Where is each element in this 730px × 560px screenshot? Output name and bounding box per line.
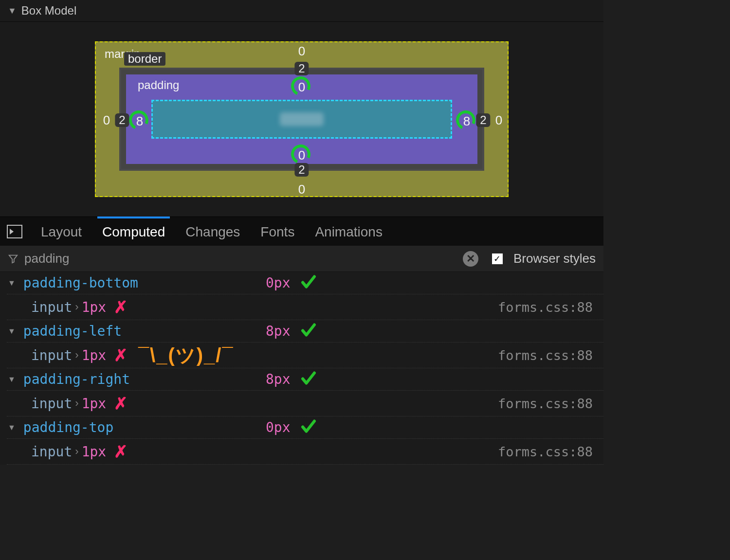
chevron-down-icon: ▼ [8,279,16,288]
detail-value: 1px [82,444,107,460]
padding-label: padding [138,78,179,92]
detail-selector: input [31,444,72,460]
prop-value: 0px [266,419,291,435]
content-dimensions-blurred [280,112,324,126]
prop-row[interactable]: ▼ padding-top 0px [0,416,603,438]
content-box[interactable] [151,100,452,139]
prop-detail-row[interactable]: input › 1px ✗ forms.css:88 [7,294,603,320]
filter-row: padding ✕ ✓ Browser styles [0,246,603,272]
padding-left-value[interactable]: 8 [136,114,143,129]
prop-detail-row[interactable]: input › 1px ✗ forms.css:88 [7,390,603,416]
padding-bottom-value[interactable]: 0 [298,148,305,163]
chevron-right-icon: › [75,445,78,458]
chevron-down-icon: ▼ [8,327,16,336]
filter-input[interactable]: padding [24,251,70,266]
margin-top-value[interactable]: 0 [298,44,305,59]
panel-tabstrip: Layout Computed Changes Fonts Animations [0,217,603,246]
chevron-right-icon: › [75,397,78,410]
x-icon: ✗ [114,442,128,461]
clear-filter-button[interactable]: ✕ [463,251,478,267]
detail-selector: input [31,396,72,412]
close-icon: ✕ [466,253,475,264]
tab-fonts[interactable]: Fonts [258,218,296,245]
chevron-right-icon: › [75,349,78,361]
boxmodel-header[interactable]: ▼ Box Model [0,0,603,22]
filter-icon [8,253,18,264]
sidebar-toggle-icon[interactable] [7,225,22,238]
tab-computed[interactable]: Computed [100,218,167,245]
tab-changes[interactable]: Changes [183,218,242,245]
padding-box[interactable]: padding 0 0 8 8 [126,74,477,164]
detail-selector: input [31,299,72,315]
detail-source[interactable]: forms.css:88 [498,348,596,363]
chevron-down-icon: ▼ [8,423,16,432]
boxmodel-diagram: margin 0 0 0 0 border padding 0 0 8 8 [0,22,603,217]
detail-source[interactable]: forms.css:88 [498,444,596,459]
detail-value: 1px [82,347,107,363]
x-icon: ✗ [114,394,128,413]
padding-top-value[interactable]: 0 [298,80,305,95]
detail-value: 1px [82,396,107,412]
chevron-down-icon: ▼ [8,6,17,16]
border-top-value[interactable]: 2 [294,62,309,75]
detail-value: 1px [82,299,107,315]
prop-value: 8px [266,323,291,339]
border-left-value[interactable]: 2 [115,113,129,127]
tab-layout[interactable]: Layout [39,218,84,245]
shrug-annotation: ¯\_(ツ)_/¯ [138,342,234,369]
margin-right-value[interactable]: 0 [495,113,502,128]
prop-name: padding-top [23,419,113,435]
check-icon [300,417,317,438]
computed-properties: ▼ padding-bottom 0px input › 1px ✗ forms… [0,272,603,465]
border-box[interactable]: border padding 0 0 8 8 [119,68,484,171]
prop-detail-row[interactable]: input › 1px ✗ forms.css:88 [7,438,603,465]
border-bottom-value[interactable]: 2 [294,163,309,177]
prop-detail-row[interactable]: input › 1px ✗ ¯\_(ツ)_/¯ forms.css:88 [7,342,603,368]
browser-styles-checkbox[interactable]: ✓ [492,253,503,264]
border-label: border [124,52,165,66]
margin-box[interactable]: margin 0 0 0 0 border padding 0 0 8 8 [95,41,509,197]
chevron-right-icon: › [75,301,78,313]
padding-right-value[interactable]: 8 [463,114,470,129]
prop-row[interactable]: ▼ padding-left 8px [0,320,603,342]
margin-label: margin [105,47,140,61]
prop-value: 0px [266,275,291,291]
chevron-down-icon: ▼ [8,375,16,384]
section-title: Box Model [21,4,76,18]
detail-source[interactable]: forms.css:88 [498,396,596,411]
check-icon [300,273,317,293]
detail-source[interactable]: forms.css:88 [498,300,596,315]
margin-bottom-value[interactable]: 0 [298,182,305,197]
prop-name: padding-bottom [23,275,138,291]
prop-value: 8px [266,371,291,387]
prop-row[interactable]: ▼ padding-bottom 0px [0,272,603,294]
prop-name: padding-right [23,371,130,387]
margin-left-value[interactable]: 0 [103,113,110,128]
x-icon: ✗ [114,297,128,317]
border-right-value[interactable]: 2 [476,113,490,127]
devtools-panel: ▼ Box Model margin 0 0 0 0 border paddin… [0,0,603,463]
check-icon [300,369,317,390]
detail-selector: input [31,347,72,363]
prop-name: padding-left [23,323,122,339]
tab-animations[interactable]: Animations [313,218,384,245]
x-icon: ✗ [114,345,128,365]
check-icon [300,321,317,342]
prop-row[interactable]: ▼ padding-right 8px [0,368,603,390]
browser-styles-label: Browser styles [513,251,596,266]
